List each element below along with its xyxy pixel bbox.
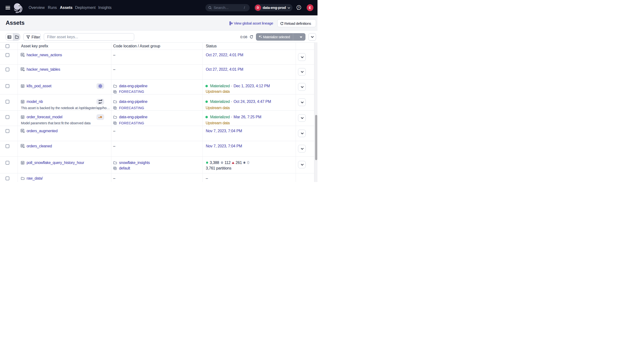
svg-text:?: ? (298, 6, 300, 9)
